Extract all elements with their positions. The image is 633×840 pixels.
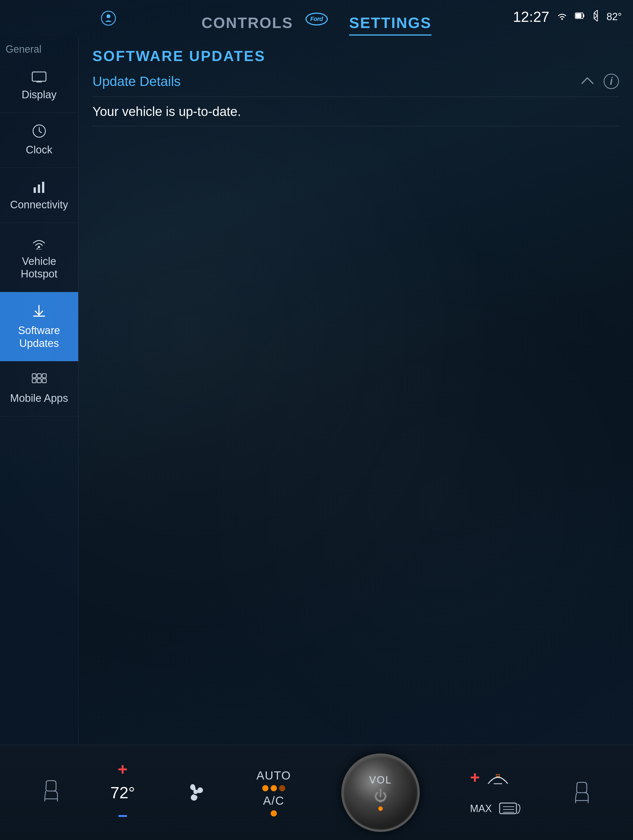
update-details-header: Update Details i [92,73,619,90]
auto-dots [262,785,285,791]
auto-dot-2 [271,785,277,791]
display-icon [32,71,47,85]
temp-display: 72° [111,783,135,802]
svg-point-18 [193,789,198,794]
sidebar-item-label-mobile-apps: Mobile Apps [10,392,68,405]
divider-bottom [92,126,619,126]
svg-rect-16 [37,379,41,383]
sidebar-item-connectivity[interactable]: Connectivity [0,168,78,223]
svg-point-2 [561,18,563,20]
svg-rect-14 [42,374,46,378]
sidebar-item-clock[interactable]: Clock [0,113,78,168]
seat-right-icon[interactable] [573,781,591,804]
svg-rect-4 [583,14,584,17]
divider-top [92,96,619,97]
ford-logo: Ford [304,11,329,27]
heat-plus-button[interactable]: + [470,768,480,787]
volume-knob-area: VOL ⏻ [341,753,420,832]
sidebar-item-label-hotspot: Vehicle Hotspot [21,255,57,281]
wifi-icon [557,11,568,23]
sidebar-item-vehicle-hotspot[interactable]: Vehicle Hotspot [0,223,78,292]
svg-rect-13 [37,374,41,378]
auto-label[interactable]: AUTO [256,769,291,782]
alexa-icon[interactable] [101,11,116,29]
tab-settings[interactable]: SETTINGS [349,14,432,36]
chevron-up-icon[interactable] [580,73,595,90]
fan-control[interactable] [185,782,206,804]
max-heat-label: MAX [470,803,492,815]
auto-ac-control: AUTO A/C [256,769,291,816]
clock-icon [32,124,46,140]
power-icon: ⏻ [374,788,387,804]
seat-left-icon[interactable] [42,779,60,806]
main-content-area: SOFTWARE UPDATES Update Details i Your v… [78,36,633,745]
svg-rect-15 [32,379,36,383]
vol-label: VOL [369,774,392,786]
sidebar-item-mobile-apps[interactable]: Mobile Apps [0,361,78,416]
ac-dot [271,810,277,816]
info-icon[interactable]: i [604,74,619,89]
connectivity-icon [32,179,47,195]
mobile-apps-icon [31,373,47,388]
update-status-text: Your vehicle is up-to-date. [92,104,619,119]
svg-rect-8 [33,187,36,193]
volume-knob[interactable]: VOL ⏻ [341,753,420,832]
battery-icon [575,11,585,23]
svg-rect-12 [32,374,36,378]
svg-rect-9 [38,185,40,193]
heat-windshield-icon[interactable] [485,767,511,788]
auto-dot-1 [262,785,269,791]
sidebar: General Display Clock [0,36,78,745]
climate-left-control: + 72° − [111,759,135,826]
sidebar-item-display[interactable]: Display [0,59,78,113]
software-update-icon [32,303,47,321]
status-temp: 82° [607,11,622,23]
nav-tabs-container: Ford 12:27 [0,8,633,36]
status-time: 12:27 [513,8,549,25]
svg-rect-10 [42,182,44,193]
ford-oval-text: Ford [305,13,328,25]
bottom-controls-bar: + 72° − AUTO A/C VOL ⏻ + [0,745,633,840]
right-climate-controls: + MAX [470,767,522,818]
svg-rect-17 [42,379,46,383]
svg-rect-6 [32,72,46,81]
sidebar-item-label-clock: Clock [26,144,52,156]
sidebar-item-software-updates[interactable]: Software Updates [0,292,78,361]
vol-indicator-dot [378,807,383,811]
temp-decrease-button[interactable]: − [118,806,128,826]
hotspot-icon [30,234,48,252]
svg-point-1 [106,14,111,18]
section-title: SOFTWARE UPDATES [92,47,619,65]
update-details-controls: i [580,73,619,90]
ac-label[interactable]: A/C [263,794,285,807]
update-details-title[interactable]: Update Details [92,74,181,89]
sidebar-item-label-display: Display [22,88,57,101]
bluetooth-icon [592,10,600,24]
tab-controls[interactable]: CONTROLS [201,14,293,36]
temp-increase-button[interactable]: + [118,759,128,779]
sidebar-item-label-software-updates: Software Updates [6,324,73,350]
sidebar-item-label-connectivity: Connectivity [10,199,68,212]
sidebar-general-label: General [0,36,78,59]
auto-dot-3 [279,785,285,791]
svg-rect-5 [576,13,581,18]
rear-defrost-icon[interactable] [497,799,522,818]
